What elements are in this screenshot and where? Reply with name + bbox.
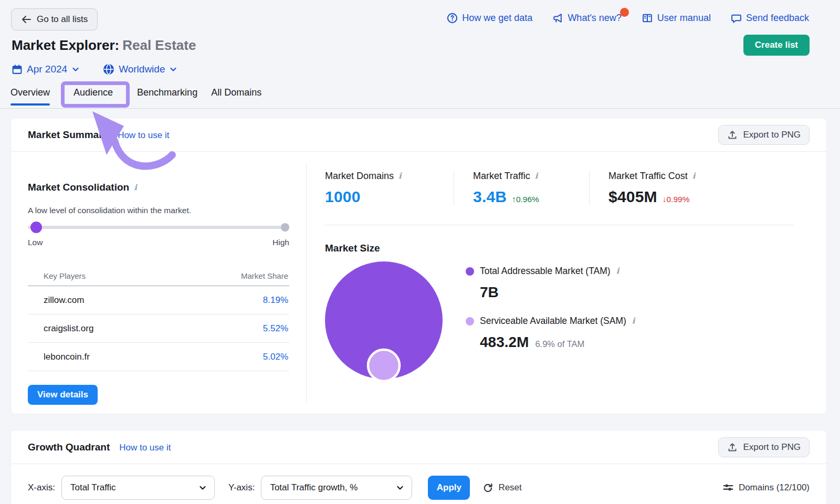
export-icon xyxy=(727,442,738,453)
metric-label: Market Domains xyxy=(325,171,394,182)
info-icon[interactable]: i xyxy=(632,317,635,325)
export-png-button[interactable]: Export to PNG xyxy=(718,125,810,145)
reset-label: Reset xyxy=(498,482,521,493)
metric-change: ↓0.99% xyxy=(663,195,690,204)
market-size-title: Market Size xyxy=(325,243,810,254)
tam-value-text: 7B xyxy=(480,284,499,301)
export-png-label: Export to PNG xyxy=(743,442,801,453)
whats-new-link[interactable]: What's new? xyxy=(552,13,621,24)
market-summary-header: Market Summary How to use it Export to P… xyxy=(11,118,826,152)
y-axis-select[interactable]: Total Traffic growth, % xyxy=(261,476,412,500)
market-consolidation-title: Market Consolidation i xyxy=(28,182,289,193)
tam-legend-dot xyxy=(466,267,474,276)
info-icon[interactable]: i xyxy=(692,172,696,180)
tam-label: Total Addressable Market (TAM) xyxy=(480,266,611,277)
tab-benchmarking[interactable]: Benchmarking xyxy=(137,80,197,107)
market-share-value[interactable]: 5.52% xyxy=(263,323,288,334)
sam-label: Serviceable Available Market (SAM) xyxy=(480,316,626,327)
chevron-down-icon xyxy=(71,65,80,74)
sam-value-text: 483.2M xyxy=(480,334,529,351)
metric-market-domains: Market Domains i 1000 xyxy=(325,171,454,206)
metric-value: 1000 xyxy=(325,188,361,206)
create-list-button[interactable]: Create list xyxy=(743,35,810,56)
metric-value: $405M xyxy=(608,188,657,206)
metric-value: 3.4B xyxy=(473,188,507,206)
table-row: craigslist.org 5.52% xyxy=(28,314,289,343)
table-row: leboncoin.fr 5.02% xyxy=(28,343,289,371)
go-to-all-lists-button[interactable]: Go to all lists xyxy=(11,8,98,30)
info-icon[interactable]: i xyxy=(398,172,402,180)
send-feedback-link[interactable]: Send feedback xyxy=(731,13,809,24)
table-row: zillow.com 8.19% xyxy=(28,286,289,314)
market-summary-card: Market Summary How to use it Export to P… xyxy=(10,118,827,414)
growth-quadrant-card: Growth Quadrant How to use it Export to … xyxy=(10,430,827,504)
how-to-use-link[interactable]: How to use it xyxy=(119,443,171,453)
reset-button[interactable]: Reset xyxy=(482,482,521,494)
book-icon xyxy=(642,13,653,24)
gauge-thumb-low xyxy=(30,222,42,233)
market-share-value[interactable]: 5.02% xyxy=(263,352,288,362)
view-details-button[interactable]: View details xyxy=(28,385,98,405)
export-icon xyxy=(727,130,738,140)
market-summary-title: Market Summary xyxy=(28,129,108,141)
key-players-table: Key Players Market Share zillow.com 8.19… xyxy=(28,271,289,371)
user-manual-link[interactable]: User manual xyxy=(642,13,711,24)
market-size-legend: Total Addressable Market (TAM) i 7B Serv… xyxy=(466,266,635,385)
region-selector[interactable]: Worldwide xyxy=(103,64,177,75)
gauge-thumb-high xyxy=(281,223,289,232)
sam-note: 6.9% of TAM xyxy=(535,339,584,349)
reset-icon xyxy=(482,482,494,494)
metric-market-traffic: Market Traffic i 3.4B ↑0.96% xyxy=(473,171,590,206)
date-selector[interactable]: Apr 2024 xyxy=(12,64,80,75)
title-row: Market Explorer:Real Estate Create list xyxy=(0,30,840,60)
growth-quadrant-title: Growth Quadrant xyxy=(28,442,110,453)
tab-audience[interactable]: Audience xyxy=(64,80,123,107)
key-player-domain: zillow.com xyxy=(44,295,84,306)
top-link-label: How we get data xyxy=(462,13,532,24)
feedback-bubble-icon xyxy=(731,13,742,24)
calendar-icon xyxy=(12,64,23,75)
gauge-track xyxy=(28,226,289,229)
back-button-label: Go to all lists xyxy=(37,14,88,25)
filter-sliders-icon xyxy=(722,482,734,494)
metric-market-traffic-cost: Market Traffic Cost i $405M ↓0.99% xyxy=(608,171,708,206)
growth-quadrant-header: Growth Quadrant How to use it Export to … xyxy=(11,430,826,464)
domains-filter-button[interactable]: Domains (12/100) xyxy=(722,482,810,494)
info-icon[interactable]: i xyxy=(616,267,620,275)
top-link-label: Send feedback xyxy=(746,13,809,24)
sam-legend-item: Serviceable Available Market (SAM) i xyxy=(466,316,635,327)
sam-bubble xyxy=(368,350,400,381)
metric-label: Market Traffic xyxy=(473,171,530,182)
key-players-column-header: Key Players xyxy=(44,271,86,280)
page-title: Market Explorer:Real Estate xyxy=(12,37,196,54)
info-icon[interactable]: i xyxy=(535,172,538,180)
market-metrics-section: Market Domains i 1000 Market Traffic i 3… xyxy=(307,152,826,414)
key-player-domain: leboncoin.fr xyxy=(44,352,90,362)
gauge-low-label: Low xyxy=(28,238,43,247)
top-bar: Go to all lists How we get data What's n… xyxy=(0,0,840,30)
how-we-get-data-link[interactable]: How we get data xyxy=(447,13,532,24)
tab-all-domains[interactable]: All Domains xyxy=(211,80,261,107)
x-axis-select[interactable]: Total Traffic xyxy=(61,476,215,500)
market-consolidation-section: Market Consolidation i A low level of co… xyxy=(11,163,307,402)
top-links: How we get data What's new? User manual … xyxy=(447,13,809,24)
market-name: Real Estate xyxy=(122,37,196,53)
export-png-button[interactable]: Export to PNG xyxy=(718,437,810,457)
gauge-high-label: High xyxy=(272,238,289,247)
globe-icon xyxy=(103,64,114,75)
y-axis-selected-value: Total Traffic growth, % xyxy=(270,482,358,493)
market-share-value[interactable]: 8.19% xyxy=(263,295,288,306)
tab-bar: Overview Audience Benchmarking All Domai… xyxy=(0,79,840,108)
tab-overview[interactable]: Overview xyxy=(10,80,50,107)
apply-button[interactable]: Apply xyxy=(428,476,470,500)
question-circle-icon xyxy=(447,13,458,24)
metrics-divider xyxy=(325,225,794,225)
chevron-down-icon xyxy=(169,65,177,74)
domains-filter-label: Domains (12/100) xyxy=(739,482,810,493)
region-selector-value: Worldwide xyxy=(119,64,165,75)
market-consolidation-title-text: Market Consolidation xyxy=(28,182,129,193)
y-axis-label: Y-axis: xyxy=(228,482,255,493)
how-to-use-link[interactable]: How to use it xyxy=(118,130,169,141)
info-icon[interactable]: i xyxy=(134,184,137,192)
consolidation-description: A low level of consolidation within the … xyxy=(28,206,289,215)
